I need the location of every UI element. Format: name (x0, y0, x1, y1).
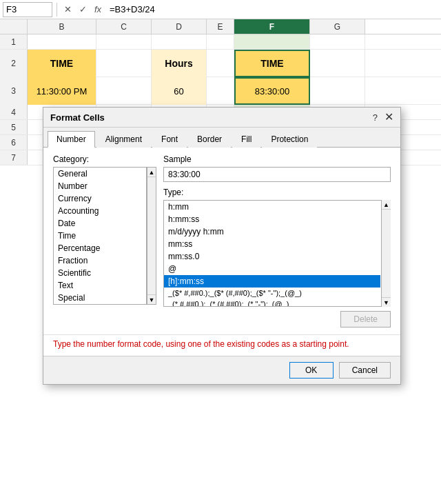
right-section: Sample 83:30:00 Type: h:mm h:mm:ss m/d/y… (163, 154, 391, 327)
list-item[interactable]: @ (164, 263, 380, 275)
col-header-b[interactable]: B (28, 19, 96, 34)
col-header-g[interactable]: G (310, 19, 365, 34)
formula-bar: F3 ✕ ✓ fx (0, 0, 441, 19)
ok-button[interactable]: OK (289, 362, 334, 379)
list-item[interactable]: _($* #,##0.);_($* (#,##0);_($* "-");_(@_… (164, 288, 380, 299)
category-section: Category: General Number Currency Accoun… (53, 154, 156, 327)
grid-cell[interactable] (310, 77, 365, 105)
row-number: 1 (0, 34, 28, 49)
list-item[interactable]: Date (54, 217, 146, 230)
row-number: 4 (0, 105, 28, 119)
type-item-selected[interactable]: [h]:mm:ss (164, 275, 380, 288)
grid-cell[interactable] (96, 34, 152, 49)
scrollbar-down-btn[interactable]: ▼ (147, 294, 156, 304)
tab-border[interactable]: Border (188, 131, 231, 148)
table-row: 3 11:30:00 PM 60 83:30:00 (0, 77, 441, 105)
grid-cell[interactable] (310, 34, 365, 49)
row-number: 2 (0, 50, 28, 77)
type-list-container: h:mm h:mm:ss m/d/yyyy h:mm mm:ss mm:ss.0… (163, 200, 391, 307)
fx-icon[interactable]: fx (92, 4, 104, 14)
table-row: 1 (0, 34, 441, 50)
list-item[interactable]: mm:ss.0 (164, 250, 380, 263)
category-label: Category: (53, 154, 156, 164)
cell-reference-box[interactable]: F3 (3, 2, 52, 17)
dialog-tabs: Number Alignment Font Border Fill Protec… (43, 128, 400, 148)
list-item[interactable]: Time (54, 230, 146, 242)
formula-bar-icons: ✕ ✓ fx (61, 4, 104, 14)
description-section: Type the number format code, using one o… (43, 334, 400, 356)
confirm-formula-icon[interactable]: ✓ (76, 4, 89, 14)
list-item[interactable]: Scientific (54, 267, 146, 279)
list-item[interactable]: Percentage (54, 242, 146, 254)
row-number: 5 (0, 120, 28, 134)
cell-time2-label[interactable]: TIME (234, 50, 310, 77)
cell-time-label[interactable]: TIME (28, 50, 96, 77)
sample-value: 83:30:00 (163, 167, 391, 182)
row-number: 3 (0, 77, 28, 105)
cell-hours-value[interactable]: 60 (152, 77, 207, 105)
category-item-custom[interactable]: Custom (54, 304, 146, 305)
list-item[interactable]: Currency (54, 192, 146, 205)
tab-protection[interactable]: Protection (262, 131, 317, 148)
category-list[interactable]: General Number Currency Accounting Date … (53, 167, 147, 305)
column-headers: B C D E F G (0, 19, 441, 34)
list-item[interactable]: Number (54, 180, 146, 192)
list-item[interactable]: mm:ss (164, 238, 380, 250)
sample-label: Sample (163, 154, 391, 164)
table-row: 2 TIME Hours TIME (0, 50, 441, 77)
col-header-d[interactable]: D (152, 19, 207, 34)
row-num-header (0, 19, 28, 34)
type-list[interactable]: h:mm h:mm:ss m/d/yyyy h:mm mm:ss mm:ss.0… (163, 200, 391, 307)
dialog-controls: ? ✕ (370, 112, 393, 123)
dialog-help-button[interactable]: ? (370, 112, 380, 123)
dialog-close-button[interactable]: ✕ (384, 112, 393, 123)
grid-cell[interactable] (207, 50, 234, 77)
list-item[interactable]: Special (54, 292, 146, 304)
formula-input[interactable] (107, 2, 438, 17)
type-scrollbar-up[interactable]: ▲ (382, 200, 391, 210)
dialog-footer: OK Cancel (43, 356, 400, 384)
dialog-title: Format Cells (50, 112, 105, 123)
col-header-e[interactable]: E (207, 19, 234, 34)
sample-section: Sample 83:30:00 (163, 154, 391, 182)
grid-cell[interactable] (96, 50, 152, 77)
grid-cell[interactable] (310, 50, 365, 77)
description-text: Type the number format code, using one o… (53, 339, 391, 349)
delete-button[interactable]: Delete (340, 311, 391, 327)
tab-number[interactable]: Number (48, 131, 95, 148)
formula-bar-divider (57, 3, 57, 17)
delete-btn-row: Delete (163, 311, 391, 327)
list-item[interactable]: General (54, 168, 146, 180)
col-header-c[interactable]: C (96, 19, 152, 34)
list-item[interactable]: m/d/yyyy h:mm (164, 225, 380, 238)
dialog-body: Category: General Number Currency Accoun… (43, 148, 400, 334)
cell-hours-label[interactable]: Hours (152, 50, 207, 77)
grid-cell[interactable] (28, 34, 96, 49)
category-scrollbar[interactable]: ▲ ▼ (147, 167, 156, 305)
cancel-button[interactable]: Cancel (339, 362, 391, 379)
list-item[interactable]: Fraction (54, 254, 146, 267)
scrollbar-up-btn[interactable]: ▲ (147, 168, 156, 177)
type-scrollbar[interactable]: ▲ ▼ (381, 200, 391, 307)
grid-cell[interactable] (207, 34, 234, 49)
tab-font[interactable]: Font (152, 131, 187, 148)
format-cells-dialog: Format Cells ? ✕ Number Alignment Font B… (43, 107, 401, 385)
list-item[interactable]: h:mm:ss (164, 213, 380, 225)
list-item[interactable]: Text (54, 279, 146, 292)
type-scrollbar-track (382, 210, 391, 297)
tab-fill[interactable]: Fill (232, 131, 260, 148)
type-scrollbar-down[interactable]: ▼ (382, 297, 391, 307)
grid-cell[interactable] (152, 34, 207, 49)
list-item[interactable]: h:mm (164, 201, 380, 213)
cancel-formula-icon[interactable]: ✕ (61, 4, 74, 14)
grid-cell[interactable] (207, 77, 234, 105)
grid-cell[interactable] (96, 77, 152, 105)
list-item[interactable]: Accounting (54, 205, 146, 217)
list-item[interactable]: _(* #,##0.);_(* (#,##0);_(* "-");_(@_) (164, 299, 380, 307)
grid-cell[interactable] (234, 34, 310, 49)
cell-time2-value[interactable]: 83:30:00 (234, 77, 310, 105)
cell-time-value[interactable]: 11:30:00 PM (28, 77, 96, 105)
scrollbar-track (147, 177, 156, 294)
col-header-f[interactable]: F (234, 19, 310, 34)
tab-alignment[interactable]: Alignment (96, 131, 151, 148)
